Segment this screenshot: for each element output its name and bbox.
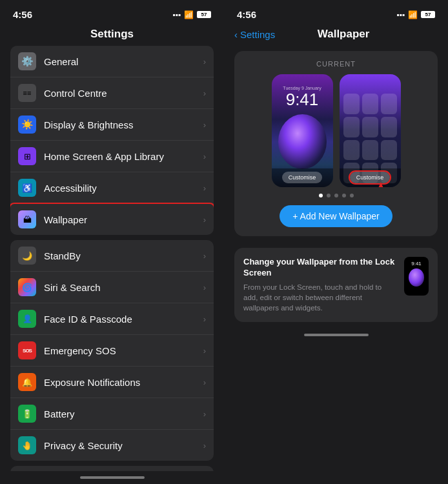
wallpaper-page-title: Wallpaper — [275, 28, 412, 41]
back-button[interactable]: ‹ Settings — [234, 29, 275, 40]
battery-label: Battery — [44, 408, 203, 419]
left-status-bar: 4:56 ▪▪▪ 📶 57 — [0, 0, 224, 25]
right-time: 4:56 — [237, 9, 256, 20]
dot-2 — [327, 194, 331, 197]
right-status-bar: 4:56 ▪▪▪ 📶 57 — [224, 0, 448, 25]
home-screen-chevron: › — [203, 152, 206, 161]
settings-item-exposure[interactable]: 🔔 Exposure Notifications › — [10, 367, 214, 398]
standby-icon: 🌙 — [18, 247, 36, 265]
emergency-label: Emergency SOS — [44, 345, 203, 356]
home-screen-icon: ⊞ — [18, 147, 36, 165]
pagination-dots — [319, 194, 354, 197]
settings-group-3: A App Store › 💳 Wallet › — [10, 466, 214, 471]
battery-item-icon: 🔋 — [18, 405, 36, 423]
settings-title: Settings — [0, 25, 224, 46]
app-placeholder-9 — [381, 140, 397, 161]
settings-group-1: ⚙️ General › ≡≡ Control Centre › ☀️ Disp… — [10, 46, 214, 235]
emergency-icon: SOS — [18, 341, 36, 359]
general-icon: ⚙️ — [18, 52, 36, 70]
info-title: Change your Wallpaper from the Lock Scre… — [243, 257, 398, 279]
battery-chevron: › — [203, 409, 206, 419]
home-screen-label: Home Screen & App Library — [44, 151, 203, 162]
siri-chevron: › — [203, 283, 206, 292]
control-centre-label: Control Centre — [44, 88, 203, 99]
app-placeholder-3 — [381, 94, 397, 114]
face-id-label: Face ID & Passcode — [44, 314, 203, 325]
siri-label: Siri & Search — [44, 282, 203, 293]
left-status-icons: ▪▪▪ 📶 57 — [172, 10, 211, 19]
dot-1 — [319, 194, 323, 197]
svg-marker-2 — [371, 182, 391, 187]
privacy-label: Privacy & Security — [44, 440, 203, 451]
wallpaper-screens-container: Tuesday 9 January 9:41 Customise — [272, 74, 401, 187]
right-status-icons: ▪▪▪ 📶 57 — [396, 10, 435, 19]
settings-item-siri[interactable]: 🌀 Siri & Search › — [10, 272, 214, 303]
current-label: CURRENT — [316, 60, 356, 68]
right-home-indicator — [304, 334, 369, 336]
lock-time: 9:41 — [286, 91, 319, 108]
settings-item-privacy[interactable]: 🤚 Privacy & Security › — [10, 430, 214, 461]
standby-label: StandBy — [44, 250, 203, 261]
emergency-chevron: › — [203, 346, 206, 356]
lock-screen-customise-button[interactable]: Customise — [282, 172, 323, 183]
face-id-chevron: › — [203, 314, 206, 324]
lock-screen-preview: Tuesday 9 January 9:41 Customise — [272, 74, 333, 187]
general-chevron: › — [203, 57, 206, 66]
thumb-time: 9:41 — [411, 261, 422, 267]
settings-item-face-id[interactable]: 👤 Face ID & Passcode › — [10, 303, 214, 335]
siri-icon: 🌀 — [18, 278, 36, 296]
app-placeholder-4 — [343, 117, 360, 137]
settings-item-battery[interactable]: 🔋 Battery › — [10, 398, 214, 430]
home-screen-customise-bar: Customise — [340, 168, 401, 187]
settings-item-accessibility[interactable]: ♿ Accessibility › — [10, 172, 214, 204]
app-placeholder-5 — [362, 117, 378, 137]
settings-item-app-store[interactable]: A App Store › — [10, 466, 214, 471]
right-panel: 4:56 ▪▪▪ 📶 57 ‹ Settings Wallpaper CURRE… — [224, 0, 448, 484]
wallpaper-icon: 🏔 — [18, 210, 36, 228]
standby-chevron: › — [203, 251, 206, 261]
lock-screen-orb — [278, 114, 327, 169]
settings-item-display[interactable]: ☀️ Display & Brightness › — [10, 109, 214, 141]
thumb-orb — [409, 268, 424, 287]
control-centre-icon: ≡≡ — [18, 84, 36, 102]
right-wifi-icon: 📶 — [408, 10, 418, 19]
dot-3 — [334, 194, 338, 197]
add-wallpaper-button[interactable]: + Add New Wallpaper — [280, 205, 392, 227]
left-panel: 4:56 ▪▪▪ 📶 57 Settings ⚙️ General › ≡≡ C… — [0, 0, 224, 484]
app-placeholder-7 — [343, 140, 360, 161]
settings-item-wallpaper[interactable]: 🏔 Wallpaper › — [10, 204, 214, 235]
display-chevron: › — [203, 120, 206, 130]
home-screen-preview: Customise — [340, 74, 401, 187]
wifi-icon: 📶 — [184, 10, 194, 19]
right-battery-indicator: 57 — [421, 11, 435, 18]
settings-item-control-centre[interactable]: ≡≡ Control Centre › — [10, 77, 214, 109]
info-text-block: Change your Wallpaper from the Lock Scre… — [243, 257, 398, 313]
face-id-icon: 👤 — [18, 310, 36, 328]
accessibility-label: Accessibility — [44, 183, 203, 194]
accessibility-chevron: › — [203, 183, 206, 193]
dot-4 — [342, 194, 346, 197]
left-time: 4:56 — [13, 9, 32, 20]
right-nav-bar: ‹ Settings Wallpaper — [224, 25, 448, 46]
settings-item-emergency[interactable]: SOS Emergency SOS › — [10, 335, 214, 367]
settings-group-2: 🌙 StandBy › 🌀 Siri & Search › 👤 Face ID … — [10, 240, 214, 461]
settings-item-home-screen[interactable]: ⊞ Home Screen & App Library › — [10, 141, 214, 172]
general-label: General — [44, 56, 203, 67]
battery-indicator: 57 — [197, 11, 211, 18]
info-phone-thumbnail: 9:41 — [404, 257, 429, 296]
back-label: Settings — [240, 29, 275, 40]
app-placeholder-1 — [343, 94, 360, 114]
accessibility-icon: ♿ — [18, 179, 36, 197]
privacy-chevron: › — [203, 441, 206, 450]
back-chevron-icon: ‹ — [234, 29, 238, 40]
display-icon: ☀️ — [18, 116, 36, 134]
settings-item-standby[interactable]: 🌙 StandBy › — [10, 240, 214, 272]
settings-list: ⚙️ General › ≡≡ Control Centre › ☀️ Disp… — [0, 46, 224, 471]
dot-5 — [350, 194, 354, 197]
right-signal-icon: ▪▪▪ — [396, 10, 405, 19]
left-home-indicator — [80, 476, 145, 479]
settings-item-general[interactable]: ⚙️ General › — [10, 46, 214, 77]
wallpaper-chevron: › — [203, 215, 206, 225]
app-placeholder-6 — [381, 117, 397, 137]
exposure-chevron: › — [203, 378, 206, 387]
